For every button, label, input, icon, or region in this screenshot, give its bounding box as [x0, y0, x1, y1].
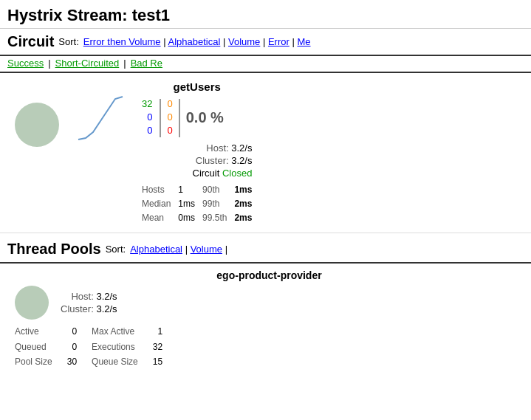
circuit-chart [71, 88, 130, 147]
active-value: 0 [67, 324, 77, 339]
thread-sort-volume[interactable]: Volume [191, 244, 222, 255]
sort-me[interactable]: Me [297, 36, 310, 47]
counter-32: 32 [142, 97, 152, 111]
thread-sort-alpha[interactable]: Alphabetical [130, 244, 182, 255]
cluster-rate-val: 3.2/s [231, 155, 252, 166]
p99-label: 99th [202, 197, 227, 211]
circuit-second-sort-row: Success | Short-Circuited | Bad Re [0, 56, 531, 73]
queue-size-value: 15 [153, 354, 162, 369]
hosts-value: 1 [178, 183, 183, 197]
counter-0e: 0 [167, 124, 172, 137]
thread-stat-label2-col: Max Active Executions Queue Size [92, 324, 138, 369]
thread-rates: Host: 3.2/s Cluster: 3.2/s [61, 291, 117, 314]
thread-cluster-val: 3.2/s [96, 303, 117, 314]
host-rate-val: 3.2/s [231, 142, 252, 154]
counter-0d: 0 [167, 111, 172, 124]
pool-size-label: Pool Size [15, 354, 52, 369]
thread-stat-label-col: Active Queued Pool Size [15, 324, 52, 369]
counter-0b: 0 [147, 124, 152, 137]
circuit-card-name: getUsers [142, 80, 252, 93]
circuit-stats: getUsers 32 0 0 0 0 0 0.0 % Host: 3.2/s … [142, 80, 252, 225]
circuit-sort-links: Error then Volume | Alphabetical | Volum… [83, 36, 311, 47]
cluster-rate-label: Cluster: [196, 155, 229, 166]
counter-divider2 [179, 99, 180, 137]
counter-0c: 0 [167, 97, 172, 111]
thread-host-val: 3.2/s [96, 291, 117, 302]
circuit-label: Circuit [193, 168, 220, 179]
queued-label: Queued [15, 340, 52, 354]
circuit-bubble [15, 103, 59, 147]
host-rate-line: Host: 3.2/s [142, 142, 252, 154]
max-active-value: 1 [153, 324, 162, 339]
sort-volume[interactable]: Volume [228, 36, 260, 47]
p995-label: 99.5th [202, 211, 227, 225]
thread-section-header: Thread Pools Sort: Alphabetical | Volume… [0, 236, 531, 264]
cluster-rate-line: Cluster: 3.2/s [142, 155, 252, 166]
sort-error[interactable]: Error [268, 36, 290, 47]
circuit-sort-prefix: Sort: [58, 36, 78, 47]
thread-host-rate: Host: 3.2/s [61, 291, 117, 302]
thread-stat-val-col: 0 0 30 [67, 324, 77, 369]
thread-card-body: Host: 3.2/s Cluster: 3.2/s [15, 286, 524, 320]
circuit-section-label: Circuit [7, 33, 54, 50]
counters-row: 32 0 0 0 0 0 0.0 % [142, 97, 252, 138]
counter-0a: 0 [147, 111, 152, 124]
thread-pool-card: ego-product-provider Host: 3.2/s Cluster… [0, 264, 531, 375]
mean-value: 0ms [178, 211, 195, 225]
p90-value: 1ms [234, 183, 252, 197]
queue-size-label: Queue Size [92, 354, 138, 369]
thread-host-label: Host: [71, 291, 93, 302]
counter-col-left: 32 0 0 [142, 97, 152, 138]
sort-short-circuited[interactable]: Short-Circuited [55, 58, 120, 69]
median-label: Median [142, 197, 171, 211]
hosts-label: Hosts [142, 183, 165, 197]
circuit-status-val: Closed [222, 168, 252, 179]
thread-section-label: Thread Pools [7, 241, 101, 258]
circuit-status-line: Circuit Closed [142, 168, 252, 179]
host-rate-label: Host: [206, 142, 228, 154]
error-pct: 0.0 % [186, 109, 224, 126]
median-value: 1ms [178, 197, 195, 211]
thread-bubble [15, 286, 49, 320]
hosts-stats: Hosts Median Mean 1 1ms 0ms 90th 99th 99… [142, 183, 252, 226]
percentile-values: 1ms 2ms 2ms [234, 183, 252, 226]
thread-pool-name: ego-product-provider [15, 269, 524, 281]
counter-col-right: 0 0 0 [167, 97, 172, 138]
active-label: Active [15, 324, 52, 339]
p90-label: 90th [202, 183, 227, 197]
sort-alphabetical[interactable]: Alphabetical [168, 36, 221, 47]
executions-value: 32 [153, 340, 162, 354]
sort-error-volume[interactable]: Error then Volume [83, 36, 161, 47]
thread-stats-row: Active Queued Pool Size 0 0 30 Max Activ… [15, 324, 524, 369]
circuit-card: getUsers 32 0 0 0 0 0 0.0 % Host: 3.2/s … [0, 73, 531, 233]
executions-label: Executions [92, 340, 138, 354]
sort-bad-re[interactable]: Bad Re [131, 58, 162, 69]
p99-value: 2ms [234, 197, 252, 211]
pool-size-value: 30 [67, 354, 77, 369]
thread-cluster-label: Cluster: [61, 303, 94, 314]
thread-sort-prefix: Sort: [106, 244, 126, 255]
host-stat-values: 1 1ms 0ms [178, 183, 195, 226]
sort-success[interactable]: Success [7, 58, 44, 69]
page-title: Hystrix Stream: test1 [0, 0, 531, 29]
counter-divider [160, 99, 161, 137]
max-active-label: Max Active [92, 324, 138, 339]
percentile-labels: 90th 99th 99.5th [202, 183, 227, 226]
queued-value: 0 [67, 340, 77, 354]
thread-sort-links: Alphabetical | Volume | [130, 244, 227, 255]
thread-cluster-rate: Cluster: 3.2/s [61, 303, 117, 314]
circuit-section-header: Circuit Sort: Error then Volume | Alphab… [0, 29, 531, 56]
p995-value: 2ms [234, 211, 252, 225]
host-stat-labels: Hosts Median Mean [142, 183, 171, 226]
thread-stat-val2-col: 1 32 15 [153, 324, 162, 369]
mean-label: Mean [142, 211, 164, 225]
